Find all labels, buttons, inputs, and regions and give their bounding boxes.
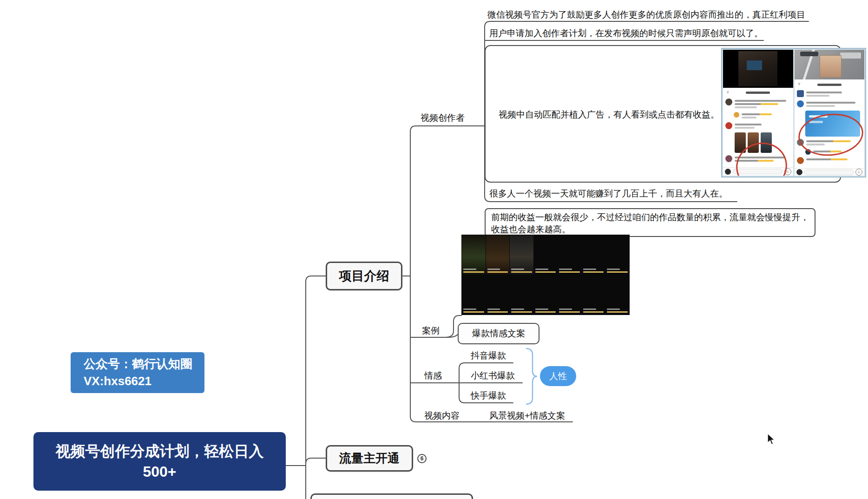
numbered-badge[interactable]: 6: [417, 454, 427, 463]
node-point-1[interactable]: 微信视频号官方为了鼓励更多人创作更多的优质原创内容而推出的，真正红利项目: [487, 10, 805, 20]
summary-human-nature[interactable]: 人性: [540, 366, 576, 386]
root-title-line1: 视频号创作分成计划，轻松日入: [56, 441, 264, 461]
video-thumbnail: [605, 275, 629, 315]
video-thumbnail: [510, 275, 533, 315]
promo-card[interactable]: 公众号：鹤行认知圈 VX:hxs6621: [71, 352, 204, 393]
mindmap-canvas: 视频号创作分成计划，轻松日入 500+ 公众号：鹤行认知圈 VX:hxs6621…: [0, 0, 868, 499]
topic-project-intro[interactable]: 项目介绍: [326, 262, 402, 290]
promo-account: 公众号：鹤行认知圈: [84, 355, 204, 373]
node-hot-emotion-copy[interactable]: 爆款情感文案: [458, 323, 539, 344]
video-thumbnail: [582, 235, 605, 275]
video-thumbnail: [605, 235, 629, 275]
video-thumbnail: [510, 235, 533, 275]
badge-number: 6: [421, 455, 424, 462]
case-video-thumbnails-image[interactable]: [461, 235, 630, 315]
comment-input-bar: ☺: [795, 168, 865, 176]
revenue-screenshots-image[interactable]: ∨ ☺ ∨: [721, 48, 866, 177]
video-thumbnail: [462, 275, 486, 315]
node-hot-emotion-copy-label: 爆款情感文案: [472, 328, 525, 340]
topic-traffic-open[interactable]: 流量主开通: [326, 445, 413, 472]
comment-list-right: ∨: [795, 79, 865, 168]
root-title-line2: 500+: [143, 461, 176, 482]
phone-screenshot-left: ∨ ☺: [723, 50, 793, 176]
video-thumbnail: [534, 235, 558, 275]
video-still-room: [723, 50, 793, 88]
node-scenery-plus-copy[interactable]: 风景视频+情感文案: [489, 411, 565, 421]
phone-screenshot-right: ∨ ☺: [795, 50, 865, 176]
topic-partial-bottom[interactable]: [310, 493, 473, 499]
video-thumbnail: [558, 275, 581, 315]
node-kuaishou-hot[interactable]: 快手爆款: [471, 391, 506, 401]
video-thumbnail: [582, 275, 605, 315]
node-early-revenue-box[interactable]: 前期的收益一般就会很少，不过经过咱们的作品数量的积累，流量就会慢慢提升，收益也会…: [485, 208, 815, 237]
topic-project-intro-label: 项目介绍: [339, 268, 389, 284]
video-thumbnail: [558, 235, 581, 275]
node-point-4[interactable]: 很多人一个视频一天就可能赚到了几百上千，而且大有人在。: [489, 189, 728, 199]
video-thumbnail: [534, 275, 558, 315]
video-still-road: [795, 50, 865, 79]
node-video-content[interactable]: 视频内容: [424, 411, 460, 421]
node-emotion[interactable]: 情感: [424, 371, 442, 381]
video-thumbnail: [462, 235, 486, 275]
node-douyin-hot[interactable]: 抖音爆款: [471, 351, 506, 361]
video-thumbnail: [486, 235, 510, 275]
root-topic[interactable]: 视频号创作分成计划，轻松日入 500+: [33, 432, 286, 491]
comment-list-left: ∨: [723, 88, 793, 167]
node-ad-revenue-text: 视频中自动匹配并植入广告，有人看到或点击都有收益。: [499, 110, 719, 120]
summary-human-nature-label: 人性: [549, 370, 567, 382]
summary-brace: [526, 348, 537, 404]
node-video-creator[interactable]: 视频创作者: [421, 113, 465, 123]
video-thumbnail: [486, 275, 510, 315]
node-point-2[interactable]: 用户申请加入创作者计划，在发布视频的时候只需声明原创就可以了。: [489, 28, 763, 39]
node-cases[interactable]: 案例: [422, 326, 440, 336]
promo-wechat-id: VX:hxs6621: [84, 373, 204, 390]
topic-traffic-open-label: 流量主开通: [339, 450, 400, 466]
node-xiaohongshu-hot[interactable]: 小红书爆款: [471, 371, 515, 381]
